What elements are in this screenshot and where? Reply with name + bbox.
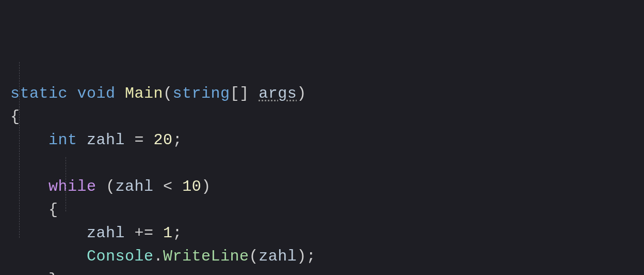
code-line: while (zahl < 10) (10, 178, 211, 195)
op-lt: < (163, 178, 173, 195)
brace-open: { (49, 201, 58, 219)
code-line: int zahl = 20; (10, 131, 182, 149)
code-line (10, 155, 20, 172)
var-zahl: zahl (87, 224, 125, 242)
brackets: [] (230, 85, 249, 102)
brace-open: { (10, 108, 20, 126)
param-args: args (259, 85, 297, 102)
var-zahl: zahl (259, 248, 297, 265)
paren-open: ( (106, 178, 116, 195)
code-editor[interactable]: static void Main(string[] args) { int za… (0, 0, 644, 275)
op-pluseq: += (135, 224, 154, 242)
keyword-string: string (173, 85, 230, 102)
indent (10, 131, 49, 149)
indent (10, 248, 87, 265)
brace-close: } (49, 271, 58, 275)
code-line: zahl += 1; (10, 224, 182, 242)
method-main: Main (125, 85, 163, 102)
indent (10, 201, 49, 219)
class-console: Console (87, 248, 154, 265)
paren-open: ( (163, 85, 173, 102)
code-line: } (10, 271, 58, 275)
literal-1: 1 (163, 224, 173, 242)
keyword-while: while (49, 178, 96, 195)
indent (10, 224, 87, 242)
paren-close: ) (201, 178, 211, 195)
indent-guide (66, 157, 66, 211)
semicolon: ; (173, 224, 183, 242)
code-line: { (10, 108, 20, 126)
blank-line (10, 155, 20, 172)
code-line: static void Main(string[] args) (10, 85, 307, 102)
indent (10, 271, 49, 275)
var-zahl: zahl (116, 178, 154, 195)
paren-open: ( (249, 248, 259, 265)
method-writeline: WriteLine (163, 248, 249, 265)
var-zahl: zahl (87, 131, 125, 149)
op-assign: = (135, 131, 144, 149)
literal-20: 20 (154, 131, 173, 149)
keyword-void: void (77, 85, 116, 102)
indent (10, 178, 49, 195)
code-line: Console.WriteLine(zahl); (10, 248, 316, 265)
semicolon: ; (173, 131, 183, 149)
literal-10: 10 (182, 178, 201, 195)
semicolon: ; (307, 248, 316, 265)
indent-guide (19, 62, 20, 238)
keyword-int: int (49, 131, 77, 149)
code-line: { (10, 201, 58, 219)
paren-close: ) (297, 85, 307, 102)
dot: . (154, 248, 164, 265)
paren-close: ) (297, 248, 307, 265)
